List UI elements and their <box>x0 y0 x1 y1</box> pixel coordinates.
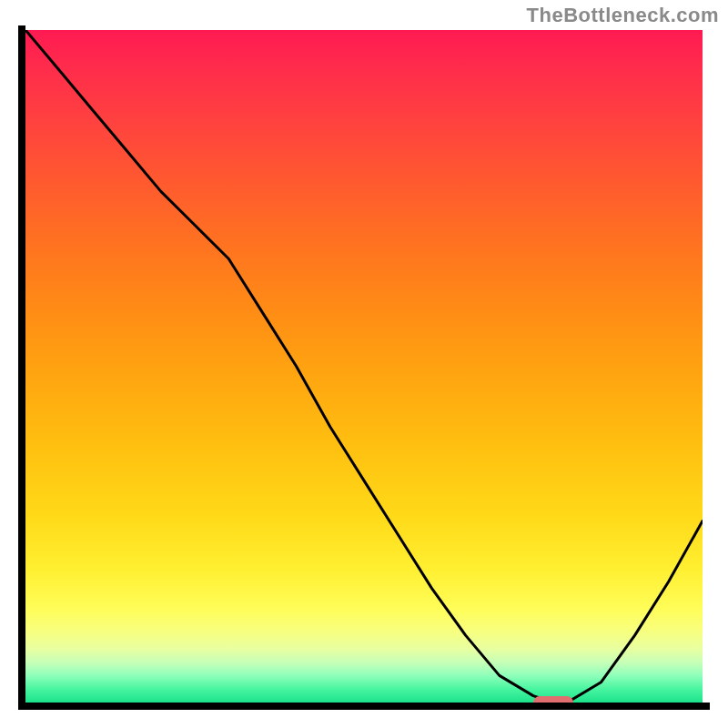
attribution-label: TheBottleneck.com <box>527 4 719 27</box>
bottleneck-curve <box>25 30 703 703</box>
chart-stage: TheBottleneck.com <box>0 0 728 728</box>
x-axis-frame <box>18 703 710 710</box>
y-axis-frame <box>18 25 25 710</box>
plot-area <box>25 30 703 703</box>
